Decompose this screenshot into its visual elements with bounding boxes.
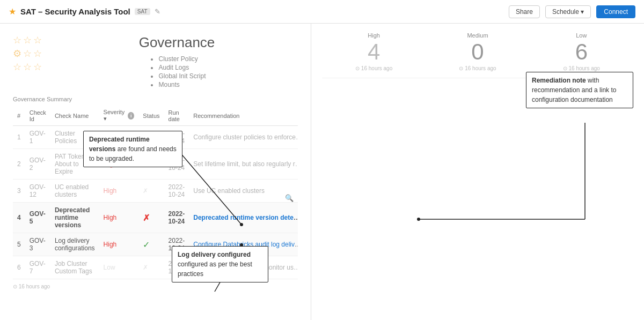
status-pass-icon: ✓	[143, 240, 150, 249]
connect-button[interactable]: Connect	[596, 5, 635, 18]
col-num: #	[13, 106, 25, 126]
cell-severity: High	[99, 233, 139, 256]
cell-num: 4	[13, 203, 25, 233]
star-5: ☆	[23, 48, 32, 59]
log-delivery-callout: Log delivery configured configured as pe…	[172, 246, 268, 282]
cell-status: ✗	[138, 180, 164, 203]
stat-high: High 4 ⊙ 16 hours ago	[322, 32, 426, 71]
app-title: SAT – Security Analysis Tool	[20, 7, 130, 16]
cell-severity: High	[99, 180, 139, 203]
cell-num: 3	[13, 180, 25, 203]
cell-rec: Set lifetime limit, but also regularly r…	[189, 149, 298, 180]
cell-id: GOV-5	[25, 203, 50, 233]
status-x-icon: ✗	[143, 187, 148, 195]
table-row[interactable]: 4 GOV-5 Deprecated runtime versions High…	[13, 203, 298, 233]
col-status: Status	[138, 106, 164, 126]
col-check-name: Check Name	[50, 106, 99, 126]
stars-cluster: ☆ ☆ ☆ ⚙ ☆ ☆ ☆ ☆ ☆	[13, 34, 42, 73]
governance-item-2: Audit Logs	[158, 64, 206, 71]
cell-id: GOV-7	[25, 256, 50, 279]
cell-severity: Low	[99, 256, 139, 279]
stat-medium-value: 0	[426, 41, 529, 63]
cell-rec: Configure cluster policies to enforce da…	[189, 126, 298, 149]
cell-name: Job Cluster Custom Tags	[50, 256, 99, 279]
col-recommendation: Recommendation	[189, 106, 298, 126]
cell-id: GOV-12	[25, 180, 50, 203]
left-panel: ☆ ☆ ☆ ⚙ ☆ ☆ ☆ ☆ ☆ Governance Cluster Pol…	[0, 24, 311, 320]
stat-low-label: Low	[530, 32, 633, 39]
cell-num: 5	[13, 233, 25, 256]
cell-status: ✓	[138, 233, 164, 256]
ago-text: ⊙ 16 hours ago	[13, 284, 298, 289]
status-fail-icon: ✗	[143, 213, 150, 222]
governance-item-1: Cluster Policy	[158, 55, 206, 63]
remediation-callout: Remediation note with recommendation and…	[526, 72, 633, 108]
stat-high-time: ⊙ 16 hours ago	[322, 65, 426, 71]
sat-badge: SAT	[135, 8, 150, 15]
cell-id: GOV-3	[25, 233, 50, 256]
status-x-icon: ✗	[143, 264, 148, 271]
cell-name: UC enabled clusters	[50, 180, 99, 203]
governance-header: Governance Cluster Policy Audit Logs Glo…	[56, 34, 298, 90]
stat-low-time: ⊙ 16 hours ago	[530, 65, 633, 71]
table-row[interactable]: 3 GOV-12 UC enabled clusters High ✗ 2022…	[13, 180, 298, 203]
svg-point-6	[417, 218, 420, 221]
cell-rec: Use UC enabled clusters	[189, 180, 298, 203]
star-icon: ★	[9, 6, 16, 17]
cell-num: 1	[13, 126, 25, 149]
top-bar-left: ★ SAT – Security Analysis Tool SAT ✎	[9, 6, 509, 17]
edit-icon[interactable]: ✎	[155, 8, 160, 16]
governance-items: Cluster Policy Audit Logs Global Init Sc…	[148, 55, 206, 90]
star-1: ☆	[13, 34, 21, 46]
remediation-bold: Remediation note	[532, 77, 586, 84]
star-9: ☆	[33, 61, 42, 73]
cell-name: Deprecated runtime versions	[50, 203, 99, 233]
cell-date: 2022-10-24	[164, 180, 189, 203]
stat-high-value: 4	[322, 41, 426, 63]
stat-medium-label: Medium	[426, 32, 529, 39]
schedule-button[interactable]: Schedule ▾	[545, 5, 591, 18]
star-6: ☆	[33, 48, 42, 59]
star-7: ☆	[13, 61, 21, 73]
share-button[interactable]: Share	[509, 5, 540, 18]
log-bold: Log delivery configured	[178, 251, 251, 258]
col-check-id: Check Id	[25, 106, 50, 126]
cell-id: GOV-1	[25, 126, 50, 149]
stat-low-value: 6	[530, 41, 633, 63]
cell-date: 2022-10-24	[164, 203, 189, 233]
right-panel: High 4 ⊙ 16 hours ago Medium 0 ⊙ 16 hour…	[311, 24, 644, 320]
governance-item-3: Global Init Script	[158, 72, 206, 80]
col-run-date: Run date	[164, 106, 189, 126]
deprecated-callout: Deprecated runtime versions are found an…	[83, 131, 182, 167]
star-4: ⚙	[13, 48, 21, 59]
cell-id: GOV-2	[25, 149, 50, 180]
star-3: ☆	[33, 34, 42, 46]
col-severity[interactable]: Severity ▾ i	[99, 106, 139, 126]
cell-num: 2	[13, 149, 25, 180]
top-bar-right: Share Schedule ▾ Connect	[509, 5, 635, 18]
stat-medium: Medium 0 ⊙ 16 hours ago	[426, 32, 529, 71]
main-content: ☆ ☆ ☆ ⚙ ☆ ☆ ☆ ☆ ☆ Governance Cluster Pol…	[0, 24, 644, 320]
log-text: configured as per the best practices	[178, 261, 252, 278]
cell-status: ✗	[138, 203, 164, 233]
cell-rec: Deprecated runtime version detected. Ple…	[189, 203, 298, 233]
star-2: ☆	[23, 34, 32, 46]
cell-num: 6	[13, 256, 25, 279]
top-bar: ★ SAT – Security Analysis Tool SAT ✎ Sha…	[0, 0, 644, 24]
governance-title: Governance	[56, 34, 298, 51]
stat-high-label: High	[322, 32, 426, 39]
stat-low: Low 6 ⊙ 16 hours ago	[530, 32, 633, 71]
rec-link-4[interactable]: Deprecated runtime version detected. Ple…	[193, 214, 298, 221]
star-8: ☆	[23, 61, 32, 73]
cell-name: Log delivery configurations	[50, 233, 99, 256]
governance-item-4: Mounts	[158, 81, 206, 88]
cell-status: ✗	[138, 256, 164, 279]
stat-medium-time: ⊙ 16 hours ago	[426, 65, 529, 71]
cell-severity: High	[99, 203, 139, 233]
severity-info-icon: i	[128, 112, 134, 120]
governance-summary-label: Governance Summary	[13, 96, 298, 102]
